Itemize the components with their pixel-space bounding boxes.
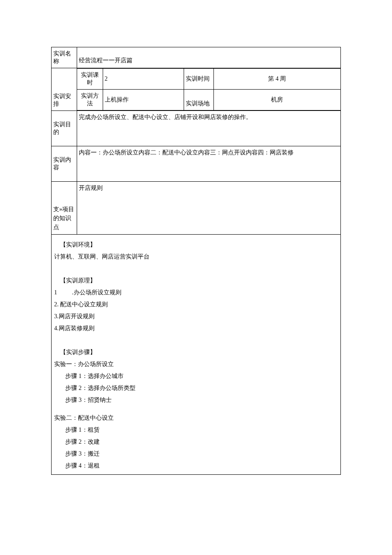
label-training-content: 实训内容 — [52, 146, 77, 182]
experiment-2-step: 步骤 4：退租 — [54, 460, 338, 472]
label-period: 实训课时 — [77, 69, 103, 90]
value-place: 机房 — [213, 90, 340, 110]
experiment-1-step: 步骤 3：招贤纳士 — [54, 394, 338, 406]
principle-item: 1 .办公场所设立规则 — [54, 289, 121, 296]
value-training-name: 经营流程一一开店篇 — [77, 57, 340, 67]
label-knowledge-line2: 的知识点 — [53, 215, 71, 230]
value-method: 上机操作 — [103, 90, 184, 110]
principle-item: 2. 配送中心设立规则 — [54, 301, 108, 308]
experiment-1-title: 实验一：办公场所设立 — [54, 361, 114, 367]
value-knowledge: 开店规则 — [77, 182, 341, 235]
arrange-inner-table: 实训课时 2 实训时间 第 4 周 实训方法 上机操作 实训场地 机房 — [77, 68, 340, 110]
env-text: 计算机、互联网、网店运营实训平台 — [54, 253, 150, 260]
label-training-arrange: 实训安排 — [52, 68, 77, 111]
steps-heading: 【实训步骤】 — [54, 346, 338, 358]
label-knowledge-line1: 支»项目 — [53, 206, 74, 212]
value-training-goal: 完成办公场所设立、配送中心设立、店铺开设和网店装修的操作。 — [77, 111, 341, 146]
value-training-content: 内容一：办公场所设立内容二：配送中心设立内容三：网点开设内容四：网店装修 — [77, 146, 341, 182]
principle-item: 4.网店装修规则 — [54, 325, 95, 331]
value-time: 第 4 周 — [213, 69, 340, 90]
label-time: 实训时间 — [184, 69, 213, 90]
experiment-2-title: 实验二：配送中心设立 — [54, 415, 114, 421]
principle-item: 3.网店开设规则 — [54, 313, 95, 320]
experiment-2-step: 步骤 2：改建 — [54, 436, 338, 448]
value-period: 2 — [103, 69, 184, 90]
experiment-2-step: 步骤 1：租赁 — [54, 424, 338, 436]
label-knowledge: 支»项目 的知识点 — [52, 182, 77, 235]
label-method: 实训方法 — [77, 90, 103, 110]
principle-heading: 【实训原理】 — [54, 275, 338, 287]
experiment-1-step: 步骤 1：选择办公城市 — [54, 370, 338, 382]
experiment-2-step: 步骤 3：搬迁 — [54, 448, 338, 460]
training-table: 实训名称 经营流程一一开店篇 实训安排 实训课时 — [51, 47, 341, 235]
label-training-name: 实训名称 — [52, 47, 77, 68]
env-heading: 【实训环境】 — [54, 239, 338, 251]
label-place: 实训场地 — [184, 90, 213, 110]
label-training-goal: 实训目的 — [52, 111, 77, 146]
training-body: 【实训环境】 计算机、互联网、网店运营实训平台 【实训原理】 1 .办公场所设立… — [51, 235, 341, 475]
experiment-1-step: 步骤 2：选择办公场所类型 — [54, 382, 338, 394]
